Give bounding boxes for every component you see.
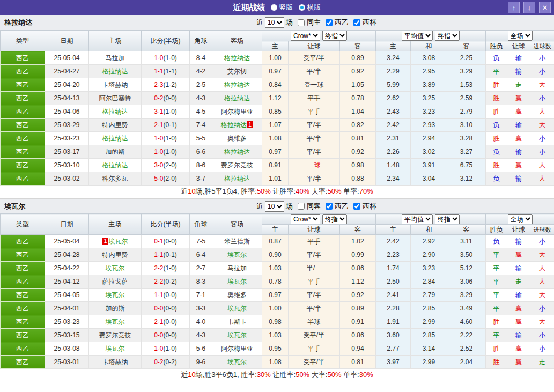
corner-cell: 8-4	[190, 51, 212, 65]
sub-result: 胜负	[486, 225, 507, 235]
col-corner: 角球	[190, 214, 212, 235]
match-row: 西乙25-05-04马拉加1-0(1-0)8-4格拉纳达1.00受平/半0.89…	[1, 51, 554, 65]
handicap-cell: 平手	[289, 275, 340, 289]
handicap-line: 平/半	[307, 121, 321, 129]
home-team-cell: 卡塔赫纳	[89, 356, 142, 369]
asian-result-cell: 赢	[507, 159, 530, 172]
team-name: 格拉纳达	[224, 81, 250, 88]
date-cell: 25-03-01	[45, 356, 89, 369]
cup-checkbox[interactable]	[353, 19, 360, 26]
date-cell: 25-05-04	[45, 235, 89, 248]
scope-select[interactable]: 全场	[508, 31, 533, 41]
matches-label: 场	[286, 18, 293, 27]
away-odds-cell: 0.81	[340, 356, 376, 369]
radio-selected-icon[interactable]	[299, 4, 305, 11]
home-odds-cell: 0.87	[262, 235, 289, 248]
same-home-checkbox[interactable]	[298, 19, 305, 26]
final-index-select[interactable]: 终指	[322, 31, 347, 41]
full-time-score: 1-0	[154, 135, 163, 142]
away-team-cell: 格拉纳达	[212, 78, 262, 92]
avg-draw-cell: 2.99	[411, 315, 447, 329]
asian-result-cell: 输	[507, 262, 530, 275]
match-count-select2[interactable]: 10	[265, 201, 284, 212]
league-checkbox[interactable]	[326, 19, 333, 26]
red-card-badge: 1	[102, 238, 108, 245]
scope-select2[interactable]: 全场	[508, 214, 533, 224]
away-odds-cell: 0.89	[340, 51, 376, 65]
asian-result-cell: 输	[507, 172, 530, 186]
average-select[interactable]: 平均值	[402, 31, 433, 41]
home-team-cell: 埃瓦尔	[89, 315, 142, 329]
close-button[interactable]: ✕	[539, 2, 551, 13]
home-odds-cell: 1.00	[262, 51, 289, 65]
avg-draw-cell: 2.85	[411, 329, 447, 342]
cup-checkbox2[interactable]	[353, 203, 360, 210]
league-cell: 西乙	[1, 119, 45, 132]
league-cell: 西乙	[1, 51, 45, 65]
team-name: 萨拉戈萨	[102, 278, 128, 285]
handicap-cell: 受平/半	[289, 356, 340, 369]
layout-radio-vertical[interactable]: 竖版	[271, 3, 293, 12]
match-count-select[interactable]: 10	[265, 17, 284, 28]
sub-avg-draw: 和	[411, 41, 447, 51]
move-down-button[interactable]: ↓	[523, 2, 535, 13]
company-select[interactable]: Crow*	[291, 31, 320, 41]
asian-result-cell: 赢	[507, 248, 530, 262]
result-cell: 负	[486, 119, 507, 132]
summary-segment: 10	[188, 187, 195, 195]
date-cell: 25-03-15	[45, 329, 89, 342]
score-cell: 0-0(0-0)	[142, 302, 190, 315]
avg-home-cell: 2.42	[376, 235, 411, 248]
handicap-line: 平/半	[307, 135, 321, 142]
summary-segment: 场,胜5平1负4, 胜率:	[196, 187, 257, 195]
away-team-cell: 阿尔梅里亚	[212, 342, 262, 356]
away-odds-cell: 0.82	[340, 119, 376, 132]
final-index-select2[interactable]: 终指	[435, 31, 460, 41]
avg-draw-cell: 2.92	[411, 235, 447, 248]
home-team-cell: 埃瓦尔	[89, 289, 142, 302]
result-cell: 胜	[486, 159, 507, 172]
same-away-checkbox[interactable]	[298, 203, 305, 210]
result-cell: 负	[486, 51, 507, 65]
team-name: 艾尔切	[227, 68, 247, 75]
layout-radio-horizontal[interactable]: 横版	[299, 3, 321, 12]
score-cell: 0-2(0-0)	[142, 92, 190, 105]
home-odds-cell: 1.12	[262, 92, 289, 105]
home-odds-cell: 1.01	[262, 172, 289, 186]
avg-away-cell: 3.27	[447, 145, 486, 159]
granada-results-table: 类型 日期 主场 比分(半场) 角球 客场 Crow*终指 平均值终指 全场 主…	[0, 30, 554, 186]
final-index-select4[interactable]: 终指	[435, 214, 460, 224]
home-team-cell: 1埃瓦尔	[89, 235, 142, 248]
team-name: 马拉加	[106, 54, 125, 62]
team-name: 奥维多	[227, 135, 247, 142]
cup-label: 西杯	[363, 18, 376, 27]
result-cell: 胜	[486, 105, 507, 119]
goals-result-cell: 大	[530, 262, 554, 275]
average-select2[interactable]: 平均值	[402, 214, 433, 224]
asian-result-cell: 赢	[507, 356, 530, 369]
handicap-line: 平/半	[307, 148, 321, 156]
company-select3[interactable]: Crow*	[291, 214, 320, 224]
half-time-score: (1-0)	[164, 135, 177, 142]
col-score: 比分(半场)	[142, 31, 190, 51]
date-cell: 25-03-17	[45, 145, 89, 159]
away-odds-cell: 0.86	[340, 262, 376, 275]
section1-filters: 近 10 场 同主 西乙 西杯	[256, 17, 376, 28]
radio-unselected-icon[interactable]	[271, 4, 277, 11]
league-checkbox2[interactable]	[326, 203, 333, 210]
summary-segment: 30%	[359, 371, 373, 379]
team-name: 埃瓦尔	[106, 345, 125, 352]
team-name: 埃瓦尔	[106, 291, 125, 299]
team-name: 格拉纳达	[224, 94, 250, 102]
avg-home-cell: 2.29	[376, 65, 411, 78]
match-row: 西乙25-04-01加的斯0-0(0-0)3-3埃瓦尔1.00平/半0.892.…	[1, 302, 554, 315]
final-index-select3[interactable]: 终指	[322, 214, 347, 224]
odds-company-header: Crow*终指	[262, 214, 376, 225]
score-cell: 3-0(2-0)	[142, 159, 190, 172]
home-team-cell: 卡塔赫纳	[89, 78, 142, 92]
half-time-score: (1-0)	[164, 345, 177, 352]
move-up-button[interactable]: ↑	[508, 2, 520, 13]
section1-team-name: 格拉纳达	[0, 18, 32, 27]
goals-result-cell: 走	[530, 356, 554, 369]
handicap-cell: 平手	[289, 235, 340, 248]
